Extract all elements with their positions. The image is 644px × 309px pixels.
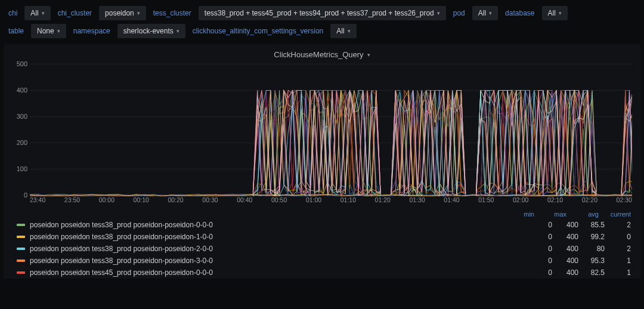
chevron-down-icon: ▾ — [489, 10, 492, 16]
y-tick-label: 200 — [10, 139, 27, 146]
filter-select-pod[interactable]: All▾ — [472, 6, 498, 20]
filter-select-table[interactable]: None▾ — [31, 24, 66, 38]
x-tick-label: 02:30 — [617, 196, 632, 206]
y-tick-label: 300 — [10, 113, 27, 120]
filter-label-clickhouse-settings-version: clickhouse_altinity_com_settings_version — [189, 24, 327, 38]
x-tick-label: 00:10 — [134, 196, 149, 206]
chevron-down-icon: ▾ — [367, 52, 370, 58]
legend-value-max: 400 — [552, 245, 578, 253]
x-tick-label: 00:30 — [202, 196, 218, 206]
filter-select-tess-cluster[interactable]: tess38_prod + tess45_prod + tess94_prod … — [199, 6, 446, 20]
x-tick-label: 01:10 — [340, 196, 356, 206]
y-tick-label: 0 — [10, 191, 27, 199]
legend-series-name[interactable]: poseidon poseidon tess38_prod poseidon-p… — [30, 233, 526, 241]
legend-col-min[interactable]: min — [508, 211, 534, 218]
filter-select-chi[interactable]: All▾ — [24, 6, 50, 20]
filter-label-pod: pod — [450, 7, 469, 20]
filter-select-chi-cluster[interactable]: poseidon▾ — [99, 6, 146, 20]
legend-swatch — [17, 248, 25, 250]
x-tick-label: 01:50 — [478, 196, 494, 206]
legend-value-avg: 99.2 — [578, 233, 605, 241]
chart-panel: ClickHouseMetrics_Query ▾ 01002003004005… — [4, 44, 640, 279]
filter-label-tess-cluster: tess_cluster — [150, 7, 195, 20]
legend-col-avg[interactable]: avg — [572, 211, 599, 218]
filter-bar-row2: table None▾ namespace sherlock-events▾ c… — [0, 24, 644, 44]
legend-value-current: 1 — [605, 257, 631, 265]
legend-value-min: 0 — [526, 233, 552, 241]
x-tick-label: 00:20 — [168, 196, 183, 206]
filter-label-namespace: namespace — [70, 24, 114, 38]
x-tick-label: 02:00 — [513, 196, 528, 206]
legend-value-avg: 80 — [578, 245, 605, 253]
legend-swatch — [17, 259, 25, 262]
legend-swatch — [17, 271, 25, 274]
x-tick-label: 01:30 — [409, 196, 425, 206]
legend-value-max: 400 — [552, 268, 578, 277]
chevron-down-icon: ▾ — [559, 10, 562, 16]
x-tick-label: 02:10 — [547, 196, 563, 206]
y-tick-label: 100 — [10, 165, 27, 172]
filter-select-clickhouse-settings-version[interactable]: All▾ — [330, 24, 356, 38]
x-tick-label: 01:40 — [444, 196, 459, 206]
legend-row[interactable]: poseidon poseidon tess38_prod poseidon-p… — [14, 219, 633, 231]
legend-value-max: 400 — [552, 221, 578, 229]
x-tick-label: 00:50 — [271, 196, 287, 206]
legend-value-current: 2 — [605, 245, 631, 253]
chevron-down-icon: ▾ — [437, 10, 440, 16]
legend-header: min max avg current — [14, 209, 633, 219]
legend-value-avg: 85.5 — [578, 221, 605, 229]
x-tick-label: 23:50 — [64, 196, 80, 206]
y-tick-label: 500 — [10, 60, 27, 67]
legend-row[interactable]: poseidon poseidon tess45_prod poseidon-p… — [14, 267, 633, 279]
x-tick-label: 23:40 — [30, 196, 45, 206]
x-tick-label: 00:40 — [237, 196, 252, 206]
x-tick-label: 01:20 — [375, 196, 391, 206]
legend-value-min: 0 — [526, 221, 552, 229]
legend-swatch — [17, 224, 25, 226]
legend-value-min: 0 — [526, 257, 552, 265]
chevron-down-icon: ▾ — [348, 28, 351, 34]
legend-row[interactable]: poseidon poseidon tess38_prod poseidon-p… — [14, 243, 633, 255]
legend-row[interactable]: poseidon poseidon tess38_prod poseidon-p… — [14, 231, 633, 243]
filter-label-database: database — [501, 7, 538, 20]
filter-select-database[interactable]: All▾ — [542, 6, 568, 20]
legend-value-min: 0 — [526, 245, 552, 253]
legend-value-max: 400 — [552, 233, 578, 241]
y-tick-label: 400 — [10, 86, 27, 94]
legend-value-avg: 82.5 — [578, 268, 605, 277]
chevron-down-icon: ▾ — [177, 28, 179, 34]
legend: min max avg current poseidon poseidon te… — [4, 206, 640, 279]
legend-value-current: 0 — [605, 233, 631, 241]
legend-series-name[interactable]: poseidon poseidon tess38_prod poseidon-p… — [30, 257, 526, 265]
legend-value-min: 0 — [526, 268, 552, 277]
panel-title[interactable]: ClickHouseMetrics_Query ▾ — [4, 48, 640, 64]
filter-label-chi: chi — [5, 7, 21, 20]
x-tick-label: 00:00 — [99, 196, 114, 206]
legend-col-current[interactable]: current — [605, 211, 631, 218]
legend-value-max: 400 — [552, 257, 578, 265]
x-tick-label: 02:20 — [582, 196, 597, 206]
chevron-down-icon: ▾ — [42, 10, 45, 16]
legend-series-name[interactable]: poseidon poseidon tess45_prod poseidon-p… — [30, 268, 526, 277]
filter-select-namespace[interactable]: sherlock-events▾ — [117, 24, 185, 38]
chevron-down-icon: ▾ — [137, 10, 140, 16]
chart-area[interactable]: 0100200300400500 23:4023:5000:0000:1000:… — [10, 64, 634, 206]
legend-row[interactable]: poseidon poseidon tess38_prod poseidon-p… — [14, 255, 633, 267]
legend-value-current: 2 — [605, 221, 631, 229]
filter-label-table: table — [5, 24, 27, 38]
chevron-down-icon: ▾ — [57, 28, 60, 34]
filter-bar-row1: chi All▾ chi_cluster poseidon▾ tess_clus… — [0, 0, 644, 26]
x-tick-label: 01:00 — [306, 196, 321, 206]
legend-series-name[interactable]: poseidon poseidon tess38_prod poseidon-p… — [30, 245, 526, 253]
legend-series-name[interactable]: poseidon poseidon tess38_prod poseidon-p… — [30, 221, 526, 229]
filter-label-chi-cluster: chi_cluster — [54, 7, 95, 20]
legend-value-current: 1 — [605, 268, 631, 277]
legend-value-avg: 95.3 — [578, 257, 605, 265]
chart-x-axis: 23:4023:5000:0000:1000:2000:3000:4000:50… — [30, 196, 632, 206]
chart-lines — [30, 64, 632, 196]
legend-col-max[interactable]: max — [540, 211, 566, 218]
legend-swatch — [17, 236, 25, 238]
